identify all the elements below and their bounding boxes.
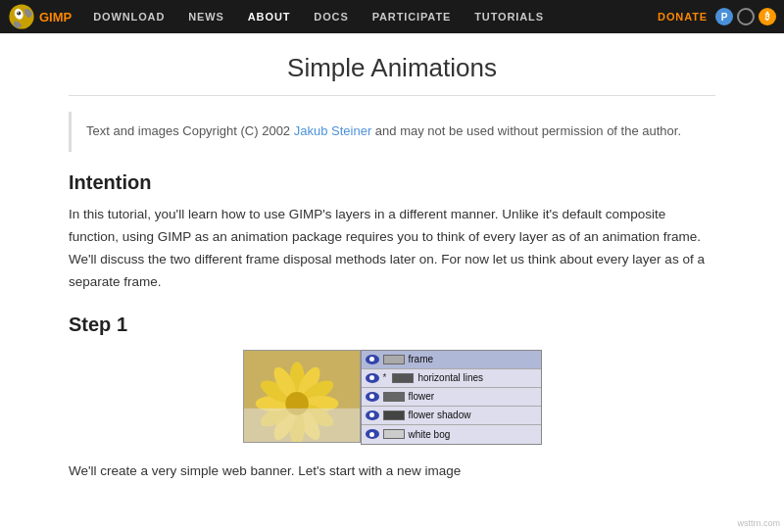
nav-item-download[interactable]: DOWNLOAD xyxy=(81,0,176,33)
layer-name: flower shadow xyxy=(409,410,471,420)
svg-rect-19 xyxy=(244,408,360,441)
nav-item-docs[interactable]: DOCS xyxy=(302,0,360,33)
copyright-text-before: Text and images Copyright (C) 2002 xyxy=(86,123,294,138)
copyright-notice: Text and images Copyright (C) 2002 Jakub… xyxy=(69,112,715,152)
layer-color xyxy=(383,392,405,402)
layer-color xyxy=(383,429,405,439)
layer-row: flower xyxy=(362,388,541,407)
nav-crypto-icons: P ₿ xyxy=(715,8,776,25)
layer-row: white bog xyxy=(362,425,541,444)
layers-panel-image: frame * horizontal lines flower flower s… xyxy=(69,350,715,445)
step1-bottom-text: We'll create a very simple web banner. L… xyxy=(69,460,715,483)
layer-asterisk: * xyxy=(383,372,387,383)
navbar: GIMP DOWNLOAD NEWS ABOUT DOCS PARTICIPAT… xyxy=(0,0,784,33)
layer-name: flower xyxy=(409,391,435,402)
watermark: wsttrn.com xyxy=(737,518,780,528)
nav-item-tutorials[interactable]: TUTORIALS xyxy=(463,0,556,33)
page-title: Simple Animations xyxy=(69,53,715,96)
layer-color xyxy=(392,373,414,383)
layer-row: frame xyxy=(362,351,541,369)
layers-table: frame * horizontal lines flower flower s… xyxy=(361,350,542,445)
main-content: Simple Animations Text and images Copyri… xyxy=(49,33,735,502)
layer-color xyxy=(383,411,405,420)
eye-icon xyxy=(366,429,379,439)
layer-name: frame xyxy=(409,354,434,364)
gimp-logo[interactable]: GIMP xyxy=(8,3,72,30)
layer-name: horizontal lines xyxy=(417,372,483,383)
step1-heading: Step 1 xyxy=(69,314,715,336)
intention-heading: Intention xyxy=(69,171,715,194)
eye-icon xyxy=(366,392,379,402)
copyright-text-after: and may not be used without permission o… xyxy=(371,123,681,138)
eye-icon xyxy=(366,355,379,364)
svg-point-2 xyxy=(17,11,21,15)
nav-item-about[interactable]: ABOUT xyxy=(236,0,303,33)
opencollective-icon[interactable] xyxy=(737,8,755,25)
flower-thumbnail xyxy=(243,350,361,443)
author-link[interactable]: Jakub Steiner xyxy=(294,123,372,138)
donate-link[interactable]: DONATE xyxy=(650,11,715,23)
eye-icon xyxy=(366,411,379,420)
nav-item-news[interactable]: NEWS xyxy=(176,0,236,33)
layer-row: * horizontal lines xyxy=(362,369,541,388)
patreon-icon[interactable]: P xyxy=(715,8,733,25)
layer-row: flower shadow xyxy=(362,407,541,425)
eye-icon xyxy=(366,373,379,383)
svg-point-3 xyxy=(18,12,19,13)
nav-item-participate[interactable]: PARTICIPATE xyxy=(361,0,464,33)
layer-name: white bog xyxy=(409,429,451,440)
layer-color xyxy=(383,355,405,364)
intention-body: In this tutorial, you'll learn how to us… xyxy=(69,204,715,294)
gimp-text: GIMP xyxy=(39,10,72,24)
nav-links: DOWNLOAD NEWS ABOUT DOCS PARTICIPATE TUT… xyxy=(81,0,650,33)
bitcoin-icon[interactable]: ₿ xyxy=(759,8,776,25)
